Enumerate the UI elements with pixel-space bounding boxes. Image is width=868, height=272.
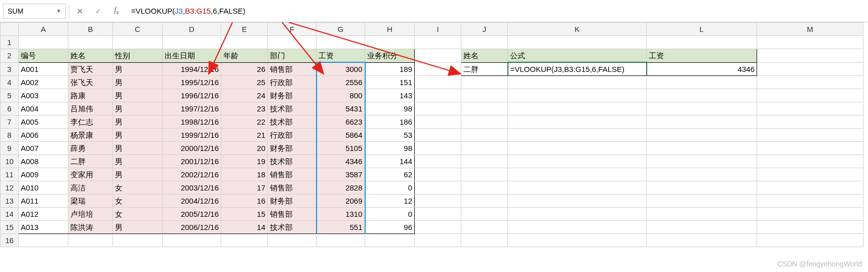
cell-I9[interactable] [415,142,461,155]
cell-H8[interactable]: 53 [365,129,415,142]
row-header-1[interactable]: 1 [1,36,19,49]
col-header-I[interactable]: I [415,23,461,36]
cell-G2[interactable]: 工资 [317,49,365,63]
cell-C8[interactable]: 男 [113,129,163,142]
row-header-5[interactable]: 5 [1,89,19,102]
cell-M15[interactable] [757,221,863,234]
cell-H10[interactable]: 144 [365,155,415,168]
cell-A10[interactable]: A008 [19,155,68,168]
cell-L12[interactable] [647,181,757,195]
row-header-3[interactable]: 3 [1,62,19,76]
col-header-H[interactable]: H [365,23,415,36]
row-header-2[interactable]: 2 [1,49,19,63]
cell-D3[interactable]: 1994/12/16 [163,62,221,76]
cell-K10[interactable] [508,155,647,168]
cell-G8[interactable]: 5864 [317,129,365,142]
cell-H6[interactable]: 98 [365,102,415,115]
cell-B5[interactable]: 路康 [68,89,113,102]
cell-L16[interactable] [647,234,757,247]
cell-F12[interactable]: 销售部 [268,181,317,195]
row-header-10[interactable]: 10 [1,155,19,168]
cell-E3[interactable]: 26 [221,62,268,76]
cell-G7[interactable]: 6623 [317,115,365,129]
cell-K7[interactable] [508,115,647,129]
cell-F8[interactable]: 行政部 [268,129,317,142]
cell-G5[interactable]: 800 [317,89,365,102]
cell-J7[interactable] [461,115,508,129]
cell-I7[interactable] [415,115,461,129]
cell-E5[interactable]: 24 [221,89,268,102]
cell-F11[interactable]: 销售部 [268,168,317,181]
cell-C9[interactable]: 男 [113,142,163,155]
cell-F14[interactable]: 销售部 [268,208,317,221]
cell-F10[interactable]: 技术部 [268,155,317,168]
cell-B13[interactable]: 梁瑞 [68,195,113,208]
cell-D8[interactable]: 1999/12/16 [163,129,221,142]
cell-G4[interactable]: 2556 [317,76,365,89]
confirm-icon[interactable]: ✓ [91,4,106,19]
name-box[interactable]: SUM ▼ [3,4,66,19]
cell-I16[interactable] [415,234,461,247]
cell-H5[interactable]: 143 [365,89,415,102]
cell-G14[interactable]: 1310 [317,208,365,221]
cell-A15[interactable]: A013 [19,221,68,234]
cell-H11[interactable]: 62 [365,168,415,181]
cell-L4[interactable] [647,76,757,89]
cell-L8[interactable] [647,129,757,142]
cell-A12[interactable]: A010 [19,181,68,195]
cell-G15[interactable]: 551 [317,221,365,234]
cell-L1[interactable] [647,36,757,49]
cell-H16[interactable] [365,234,415,247]
cell-E8[interactable]: 21 [221,129,268,142]
cell-F4[interactable]: 行政部 [268,76,317,89]
cell-L3[interactable]: 4346 [647,62,757,76]
cell-J16[interactable] [461,234,508,247]
cell-H9[interactable]: 98 [365,142,415,155]
cell-J4[interactable] [461,76,508,89]
cell-G10[interactable]: 4346 [317,155,365,168]
cell-K1[interactable] [508,36,647,49]
cell-B9[interactable]: 薛勇 [68,142,113,155]
fx-icon[interactable]: fx [109,4,124,19]
cell-A7[interactable]: A005 [19,115,68,129]
cell-M14[interactable] [757,208,863,221]
row-header-8[interactable]: 8 [1,129,19,142]
cell-J6[interactable] [461,102,508,115]
cell-L9[interactable] [647,142,757,155]
cell-F13[interactable]: 财务部 [268,195,317,208]
cell-B7[interactable]: 李仁志 [68,115,113,129]
cell-D15[interactable]: 2006/12/16 [163,221,221,234]
cell-B4[interactable]: 张飞天 [68,76,113,89]
cell-E11[interactable]: 18 [221,168,268,181]
row-header-14[interactable]: 14 [1,208,19,221]
col-header-K[interactable]: K [508,23,647,36]
cell-M9[interactable] [757,142,863,155]
cell-M11[interactable] [757,168,863,181]
chevron-down-icon[interactable]: ▼ [56,8,61,14]
cell-F1[interactable] [268,36,317,49]
cell-G11[interactable]: 3587 [317,168,365,181]
cell-H7[interactable]: 186 [365,115,415,129]
cell-L11[interactable] [647,168,757,181]
cell-G9[interactable]: 5105 [317,142,365,155]
cell-D14[interactable]: 2005/12/16 [163,208,221,221]
cell-I6[interactable] [415,102,461,115]
col-header-E[interactable]: E [221,23,268,36]
cell-H1[interactable] [365,36,415,49]
cell-A16[interactable] [19,234,68,247]
cell-D1[interactable] [163,36,221,49]
cell-D5[interactable]: 1996/12/16 [163,89,221,102]
cell-E7[interactable]: 22 [221,115,268,129]
cell-B12[interactable]: 高洁 [68,181,113,195]
cell-B3[interactable]: 贾飞天 [68,62,113,76]
cell-F7[interactable]: 技术部 [268,115,317,129]
cell-E14[interactable]: 15 [221,208,268,221]
cell-K6[interactable] [508,102,647,115]
cell-C11[interactable]: 男 [113,168,163,181]
col-header-B[interactable]: B [68,23,113,36]
cell-J15[interactable] [461,221,508,234]
cell-A6[interactable]: A004 [19,102,68,115]
row-header-13[interactable]: 13 [1,195,19,208]
row-header-7[interactable]: 7 [1,115,19,129]
cell-J11[interactable] [461,168,508,181]
